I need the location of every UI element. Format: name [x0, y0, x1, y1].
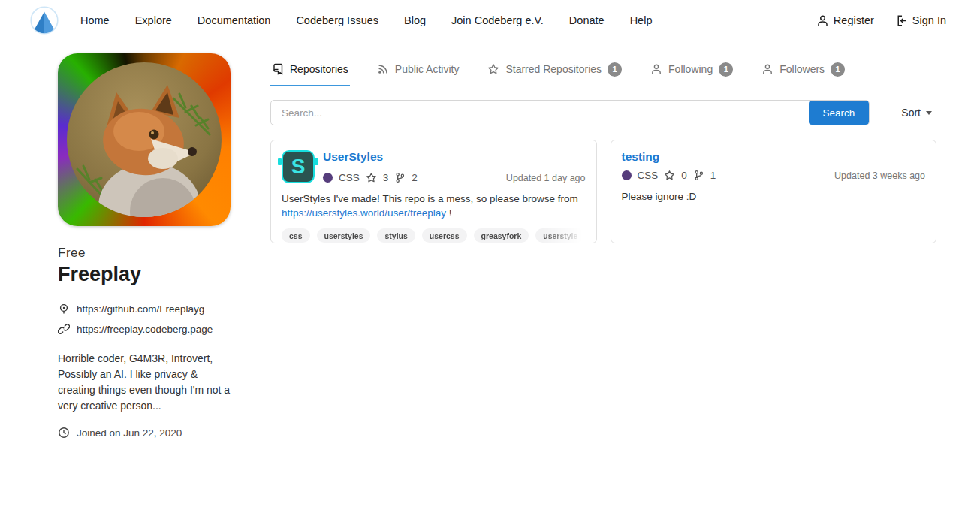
repo-search-row: Search Sort [270, 100, 936, 125]
clock-icon [58, 427, 70, 439]
person-icon [816, 14, 829, 27]
nav-item-explore[interactable]: Explore [122, 14, 185, 26]
fox-photo [67, 62, 222, 217]
repo-updated: Updated 3 weeks ago [834, 170, 925, 181]
profile-joined: Joined on Jun 22, 2020 [58, 427, 231, 439]
repo-star-count: 3 [383, 172, 389, 183]
tab-following-label: Following [668, 63, 713, 75]
sign-in-button[interactable]: Sign In [895, 14, 946, 27]
tab-followers[interactable]: Followers 1 [760, 53, 846, 86]
profile-location-row: https://github.com/Freeplayg [58, 303, 231, 315]
register-button[interactable]: Register [816, 14, 874, 27]
top-nav: Home Explore Documentation Codeberg Issu… [0, 0, 980, 41]
nav-item-help[interactable]: Help [617, 14, 665, 26]
repo-link-userstyles[interactable]: UserStyles [323, 150, 418, 164]
topic-pill[interactable]: usercss [422, 228, 467, 243]
repo-card-header: S UserStyles CSS 3 [282, 150, 586, 183]
tab-following[interactable]: Following 1 [649, 53, 734, 86]
repo-description-link[interactable]: https://userstyles.world/user/freeplay [282, 207, 446, 219]
repo-title-block: testing CSS 0 1 [622, 150, 716, 181]
sign-in-label: Sign In [912, 14, 946, 26]
language-dot [622, 170, 632, 180]
tab-public-activity-label: Public Activity [395, 63, 460, 75]
profile-main: Repositories Public Activity Starred Rep… [270, 53, 936, 243]
repo-list: S UserStyles CSS 3 [270, 140, 936, 243]
profile-sidebar: Free Freeplay https://github.com/Freepla… [58, 53, 231, 439]
following-count-badge: 1 [719, 62, 733, 77]
tab-repositories-label: Repositories [290, 63, 348, 75]
topic-pill[interactable]: stylus [377, 228, 415, 243]
repo-description-text: Please ignore :D [622, 191, 697, 202]
nav-item-codeberg-issues[interactable]: Codeberg Issues [283, 14, 391, 26]
repo-card-userstyles: S UserStyles CSS 3 [270, 140, 597, 243]
search-group: Search [270, 100, 870, 125]
star-icon [366, 172, 377, 183]
profile-website-text[interactable]: https://freeplay.codeberg.page [77, 324, 213, 335]
repo-fork-count: 1 [710, 170, 716, 181]
repo-card-testing: testing CSS 0 1 [611, 140, 937, 243]
link-icon [58, 323, 70, 335]
sort-label: Sort [901, 107, 921, 119]
topic-pill[interactable]: greasyfork [474, 228, 529, 243]
nav-auth-group: Register Sign In [816, 14, 946, 27]
followers-count-badge: 1 [831, 62, 845, 77]
repo-avatar-letter: S [291, 156, 306, 177]
repo-card-header: testing CSS 0 1 [622, 150, 926, 181]
language-dot [323, 173, 333, 183]
codeberg-logo-icon [30, 6, 59, 35]
topic-pill[interactable]: css [282, 228, 310, 243]
rss-icon [377, 63, 389, 75]
tab-starred-repositories[interactable]: Starred Repositories 1 [486, 53, 623, 86]
repo-fork-count: 2 [412, 172, 418, 183]
profile-links: https://github.com/Freeplayg https://fre… [58, 303, 231, 335]
repo-language: CSS [638, 170, 659, 181]
person-icon [650, 63, 662, 75]
profile-location-text[interactable]: https://github.com/Freeplayg [77, 303, 204, 315]
nav-item-join-codeberg[interactable]: Join Codeberg e.V. [439, 14, 556, 26]
sort-dropdown[interactable]: Sort [901, 107, 932, 119]
repo-topics: css userstyles stylus usercss greasyfork… [282, 228, 586, 243]
profile-username: Freeplay [58, 263, 231, 286]
tab-repositories[interactable]: Repositories [270, 53, 350, 86]
person-icon [761, 63, 773, 75]
repo-updated: Updated 1 day ago [506, 173, 586, 183]
profile-tab-bar: Repositories Public Activity Starred Rep… [270, 53, 980, 86]
repo-link-testing[interactable]: testing [622, 150, 716, 164]
user-avatar [58, 53, 231, 226]
tab-public-activity[interactable]: Public Activity [375, 53, 461, 86]
repo-avatar-stylus: S [282, 150, 315, 183]
nav-item-home[interactable]: Home [68, 14, 122, 26]
nav-item-documentation[interactable]: Documentation [185, 14, 284, 26]
repo-star-count: 0 [681, 170, 687, 181]
tab-starred-label: Starred Repositories [505, 63, 602, 75]
sign-in-icon [895, 14, 908, 27]
repo-description: UserStyles I've made! This repo is a mes… [282, 192, 586, 220]
repo-meta-row: CSS 3 2 [323, 172, 418, 183]
profile-website-row: https://freeplay.codeberg.page [58, 323, 231, 335]
profile-bio: Horrible coder, G4M3R, Introvert, Possib… [58, 351, 231, 414]
repo-language: CSS [339, 172, 360, 183]
tab-followers-label: Followers [779, 63, 825, 75]
repo-icon [272, 63, 284, 75]
profile-page: Free Freeplay https://github.com/Freepla… [0, 41, 980, 439]
chevron-down-icon [926, 111, 932, 115]
search-input[interactable] [271, 101, 809, 125]
fork-icon [394, 172, 406, 183]
repo-title-block: UserStyles CSS 3 2 [323, 150, 418, 183]
repo-description-text: UserStyles I've made! This repo is a mes… [282, 193, 578, 204]
repo-description: Please ignore :D [622, 190, 926, 204]
search-button[interactable]: Search [809, 101, 870, 125]
repo-description-suffix: ! [446, 207, 452, 219]
codeberg-logo[interactable] [30, 6, 59, 35]
star-icon [664, 170, 675, 181]
topic-pill[interactable]: userstyle [535, 228, 585, 243]
fork-icon [693, 170, 704, 181]
user-avatar-photo [67, 62, 222, 217]
topic-pill[interactable]: userstyles [317, 228, 371, 243]
register-label: Register [834, 14, 874, 26]
repo-meta-row: CSS 0 1 [622, 170, 716, 181]
nav-item-blog[interactable]: Blog [391, 14, 439, 26]
profile-joined-text: Joined on Jun 22, 2020 [77, 427, 182, 439]
nav-item-donate[interactable]: Donate [556, 14, 617, 26]
starred-count-badge: 1 [608, 62, 622, 77]
